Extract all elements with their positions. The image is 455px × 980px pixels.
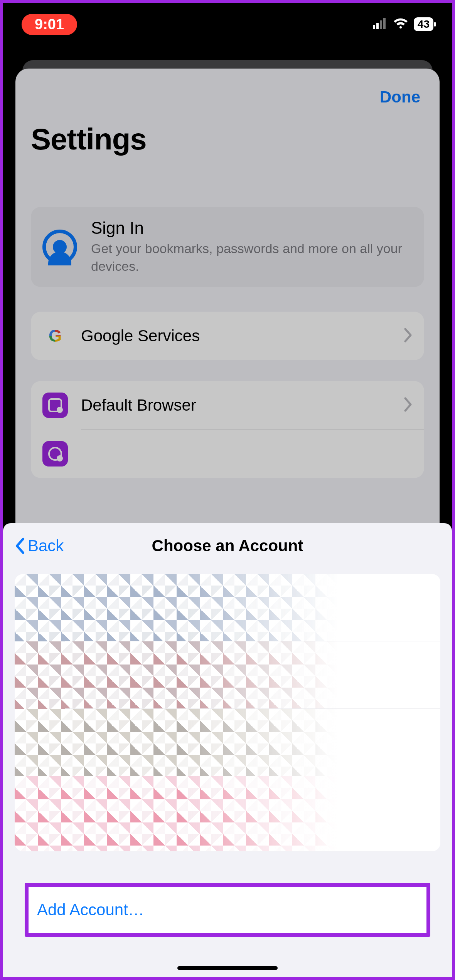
search-engine-icon: [42, 441, 68, 467]
back-label: Back: [28, 537, 64, 555]
status-right: 43: [373, 17, 433, 31]
account-row-redacted[interactable]: [15, 776, 440, 851]
account-row-redacted[interactable]: [15, 574, 440, 641]
svg-rect-3: [383, 18, 386, 29]
account-row-redacted[interactable]: [15, 709, 440, 776]
sign-in-title: Sign In: [91, 218, 413, 238]
google-services-row[interactable]: G Google Services: [31, 312, 424, 360]
google-icon: G: [42, 323, 68, 349]
browser-section: Default Browser: [31, 381, 424, 478]
svg-rect-2: [380, 20, 382, 29]
chevron-right-icon: [404, 397, 413, 413]
phone-frame: 9:01 43 Done Settings: [3, 3, 452, 977]
google-services-section: G Google Services: [31, 312, 424, 360]
sign-in-subtitle: Get your bookmarks, passwords and more o…: [91, 240, 413, 275]
svg-rect-1: [376, 23, 379, 29]
status-bar: 9:01 43: [3, 3, 452, 45]
chevron-right-icon: [404, 328, 413, 344]
google-services-label: Google Services: [81, 327, 404, 345]
account-row-redacted[interactable]: [15, 641, 440, 709]
status-time-recording-pill[interactable]: 9:01: [22, 14, 77, 35]
sheet-title: Choose an Account: [152, 537, 303, 555]
sign-in-card[interactable]: Sign In Get your bookmarks, passwords an…: [31, 207, 424, 287]
default-browser-row[interactable]: Default Browser: [31, 381, 424, 430]
profile-avatar-icon: [42, 230, 77, 264]
annotated-screenshot: 9:01 43 Done Settings: [0, 0, 455, 980]
add-account-button[interactable]: Add Account…: [29, 887, 426, 933]
default-browser-label: Default Browser: [81, 396, 404, 414]
background-card-edge: [22, 60, 433, 83]
choose-account-sheet: Back Choose an Account Add Account…: [3, 523, 452, 977]
done-button[interactable]: Done: [380, 88, 420, 106]
wifi-icon: [393, 18, 408, 31]
battery-indicator: 43: [414, 17, 433, 31]
back-button[interactable]: Back: [15, 537, 152, 555]
page-title: Settings: [31, 122, 424, 157]
search-engine-row-partial[interactable]: [31, 430, 424, 478]
add-account-highlight: Add Account…: [25, 883, 430, 937]
default-browser-icon: [42, 393, 68, 418]
home-indicator[interactable]: [177, 966, 278, 970]
svg-rect-0: [373, 25, 375, 29]
account-list: [15, 574, 440, 851]
cellular-icon: [373, 18, 388, 30]
